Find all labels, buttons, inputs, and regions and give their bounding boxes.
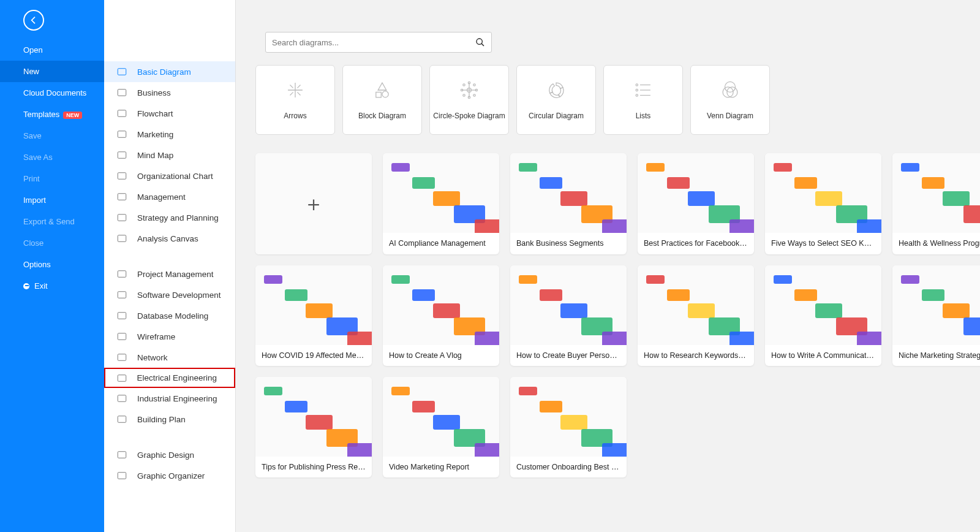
new-badge: NEW	[63, 112, 82, 119]
svg-rect-13	[118, 354, 126, 361]
nav-new[interactable]: New	[0, 61, 104, 82]
template-thumbnail	[765, 265, 881, 345]
template-thumbnail	[765, 153, 881, 233]
template-caption: How to Write A Communication...	[765, 345, 881, 366]
type-circle-spoke-diagram[interactable]: Circle-Spoke Diagram	[429, 65, 509, 135]
svg-point-32	[473, 94, 475, 96]
svg-rect-9	[118, 271, 126, 278]
search-box[interactable]	[265, 32, 492, 53]
template-thumbnail	[638, 153, 754, 233]
template-caption: Health & Wellness Progress Rep...	[892, 233, 980, 254]
template-caption: How to Create Buyer Personas	[510, 345, 627, 366]
type-block-diagram[interactable]: Block Diagram	[342, 65, 422, 135]
svg-point-31	[463, 94, 465, 96]
template-health-wellness-progress-rep[interactable]: Health & Wellness Progress Rep...	[892, 153, 980, 254]
svg-rect-16	[118, 416, 126, 423]
nav-save-as[interactable]: Save As	[0, 146, 104, 168]
svg-point-41	[636, 94, 638, 96]
category-mind-map[interactable]: Mind Map	[104, 145, 235, 165]
category-electrical-engineering[interactable]: Electrical Engineering	[104, 368, 235, 388]
template-caption: AI Compliance Management	[383, 233, 499, 254]
blank-template[interactable]: ＋	[255, 153, 372, 254]
svg-rect-17	[118, 452, 126, 458]
category-basic-diagram[interactable]: Basic Diagram	[104, 61, 235, 82]
template-caption: How to Research Keywords for S...	[638, 345, 754, 366]
template-how-covid-19-affected-megatr[interactable]: How COVID 19 Affected Megatr...	[255, 265, 372, 366]
template-caption: Niche Marketing Strategy Tips	[892, 345, 980, 366]
category-management[interactable]: Management	[104, 186, 235, 207]
template-thumbnail	[510, 153, 627, 233]
search-input[interactable]	[272, 38, 475, 47]
nav-exit[interactable]: Exit	[0, 275, 104, 297]
category-building-plan[interactable]: Building Plan	[104, 409, 235, 430]
svg-marker-21	[378, 83, 386, 90]
template-thumbnail	[255, 377, 372, 457]
template-bank-business-segments[interactable]: Bank Business Segments	[510, 153, 627, 254]
category-organizational-chart[interactable]: Organizational Chart	[104, 165, 235, 186]
nav-cloud-documents[interactable]: Cloud Documents	[0, 82, 104, 104]
template-caption: Customer Onboarding Best Prac...	[510, 457, 627, 477]
circle-spoke-diagram-icon	[459, 80, 480, 103]
category-analysis-canvas[interactable]: Analysis Canvas	[104, 228, 235, 249]
template-thumbnail	[383, 265, 499, 345]
category-flowchart[interactable]: Flowchart	[104, 103, 235, 124]
svg-rect-5	[118, 173, 126, 180]
category-network[interactable]: Network	[104, 347, 235, 368]
template-thumbnail	[892, 265, 980, 345]
type-venn-diagram[interactable]: Venn Diagram	[690, 65, 770, 135]
nav-import[interactable]: Import	[0, 189, 104, 211]
svg-rect-14	[118, 374, 126, 381]
category-project-management[interactable]: Project Management	[104, 264, 235, 284]
category-database-modeling[interactable]: Database Modeling	[104, 305, 235, 326]
template-best-practices-for-facebook-live[interactable]: Best Practices for Facebook Live	[638, 153, 754, 254]
template-how-to-write-a-communication[interactable]: How to Write A Communication...	[765, 265, 881, 366]
search-icon	[475, 37, 485, 47]
template-caption: How COVID 19 Affected Megatr...	[255, 345, 372, 366]
svg-line-20	[481, 44, 484, 46]
template-caption: Tips for Publishing Press Releases	[255, 457, 372, 477]
diagram-type-row: ArrowsBlock DiagramCircle-Spoke DiagramC…	[255, 65, 973, 135]
category-graphic-organizer[interactable]: Graphic Organizer	[104, 465, 235, 486]
category-graphic-design[interactable]: Graphic Design	[104, 444, 235, 465]
nav-open[interactable]: Open	[0, 39, 104, 61]
type-arrows[interactable]: Arrows	[255, 65, 335, 135]
template-tips-for-publishing-press-releases[interactable]: Tips for Publishing Press Releases	[255, 377, 372, 477]
nav-save[interactable]: Save	[0, 125, 104, 146]
template-ai-compliance-management[interactable]: AI Compliance Management	[383, 153, 499, 254]
category-wireframe[interactable]: Wireframe	[104, 326, 235, 347]
category-software-development[interactable]: Software Development	[104, 284, 235, 305]
category-marketing[interactable]: Marketing	[104, 124, 235, 145]
svg-rect-12	[118, 333, 126, 340]
type-circular-diagram[interactable]: Circular Diagram	[516, 65, 596, 135]
nav-templates[interactable]: TemplatesNEW	[0, 104, 104, 125]
category-business[interactable]: Business	[104, 82, 235, 103]
circular-diagram-icon	[546, 80, 567, 103]
template-thumbnail	[638, 265, 754, 345]
template-niche-marketing-strategy-tips[interactable]: Niche Marketing Strategy Tips	[892, 265, 980, 366]
nav-close[interactable]: Close	[0, 232, 104, 254]
template-how-to-create-buyer-personas[interactable]: How to Create Buyer Personas	[510, 265, 627, 366]
svg-point-19	[477, 39, 482, 44]
category-strategy-and-planning[interactable]: Strategy and Planning	[104, 207, 235, 228]
template-how-to-create-a-vlog[interactable]: How to Create A Vlog	[383, 265, 499, 366]
template-how-to-research-keywords-for-s[interactable]: How to Research Keywords for S...	[638, 265, 754, 366]
file-menu-sidebar: Open New Cloud Documents TemplatesNEW Sa…	[0, 0, 104, 532]
template-thumbnail	[892, 153, 980, 233]
template-thumbnail	[510, 377, 627, 457]
template-five-ways-to-select-seo-keywords[interactable]: Five Ways to Select SEO Keywords	[765, 153, 881, 254]
svg-point-22	[382, 91, 388, 97]
template-caption: Best Practices for Facebook Live	[638, 233, 754, 254]
template-video-marketing-report[interactable]: Video Marketing Report	[383, 377, 499, 477]
svg-rect-0	[118, 69, 126, 75]
category-industrial-engineering[interactable]: Industrial Engineering	[104, 388, 235, 409]
nav-options[interactable]: Options	[0, 254, 104, 275]
main-content: ArrowsBlock DiagramCircle-Spoke DiagramC…	[236, 0, 980, 532]
template-thumbnail	[383, 377, 499, 457]
nav-export-send[interactable]: Export & Send	[0, 211, 104, 232]
back-button[interactable]	[23, 10, 44, 31]
nav-print[interactable]: Print	[0, 168, 104, 189]
svg-rect-1	[118, 89, 126, 96]
svg-point-39	[636, 89, 638, 91]
template-customer-onboarding-best-prac[interactable]: Customer Onboarding Best Prac...	[510, 377, 627, 477]
type-lists[interactable]: Lists	[603, 65, 683, 135]
